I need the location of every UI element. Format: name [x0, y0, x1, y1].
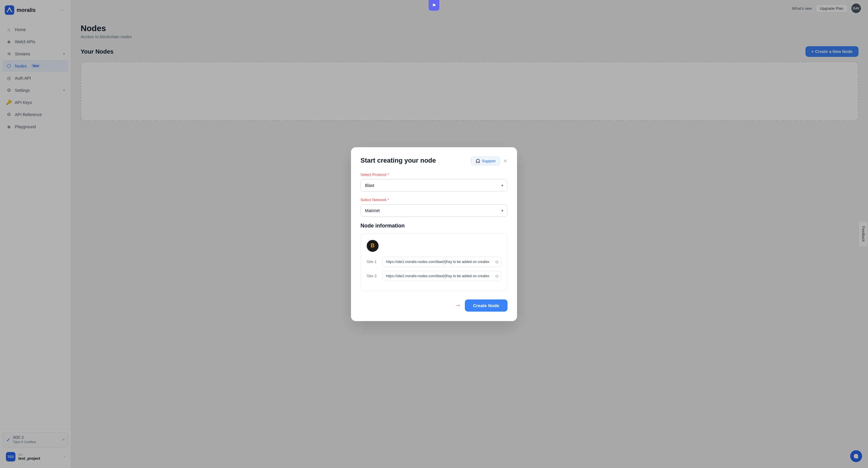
create-node-submit-button[interactable]: Create Node [465, 299, 507, 311]
support-icon: 🎧 [475, 159, 480, 163]
node-info-title: Node information [361, 223, 507, 229]
node-info-card: B Site 1 ⧉ Site 2 ⧉ [361, 234, 507, 291]
site2-label: Site 2 [367, 274, 378, 278]
flag-icon: ⚑ [429, 0, 439, 11]
modal-footer: → Create Node [361, 299, 507, 311]
site1-copy-button[interactable]: ⧉ [495, 259, 498, 264]
network-select-wrapper: Mainnet ▾ [361, 204, 507, 217]
site2-row: Site 2 ⧉ [367, 271, 501, 281]
arrow-indicator: → [455, 302, 461, 309]
site2-input-wrapper: ⧉ [382, 271, 501, 281]
network-form-group: Select Network * Mainnet ▾ [361, 198, 507, 217]
modal-header-actions: 🎧 Support × [471, 157, 507, 165]
site2-input[interactable] [382, 271, 501, 281]
protocol-select-wrapper: Blast ▾ [361, 179, 507, 192]
site1-input-wrapper: ⧉ [382, 257, 501, 267]
network-select[interactable]: Mainnet [361, 204, 507, 217]
network-label: Select Network * [361, 198, 507, 202]
modal-overlay: Start creating your node 🎧 Support × Sel… [0, 0, 868, 468]
node-info-section: Node information B Site 1 ⧉ Site 2 [361, 223, 507, 291]
modal-title: Start creating your node [361, 157, 436, 164]
blast-icon: B [367, 240, 378, 252]
protocol-label: Select Protocol * [361, 172, 507, 177]
site1-input[interactable] [382, 257, 501, 267]
blast-letter: B [371, 243, 375, 249]
site1-row: Site 1 ⧉ [367, 257, 501, 267]
site1-label: Site 1 [367, 260, 378, 264]
modal-header: Start creating your node 🎧 Support × [361, 157, 507, 165]
create-node-modal: Start creating your node 🎧 Support × Sel… [351, 147, 517, 321]
site2-copy-button[interactable]: ⧉ [495, 273, 498, 278]
modal-close-button[interactable]: × [503, 157, 507, 164]
protocol-form-group: Select Protocol * Blast ▾ [361, 172, 507, 192]
protocol-select[interactable]: Blast [361, 179, 507, 192]
support-button[interactable]: 🎧 Support [471, 157, 500, 165]
